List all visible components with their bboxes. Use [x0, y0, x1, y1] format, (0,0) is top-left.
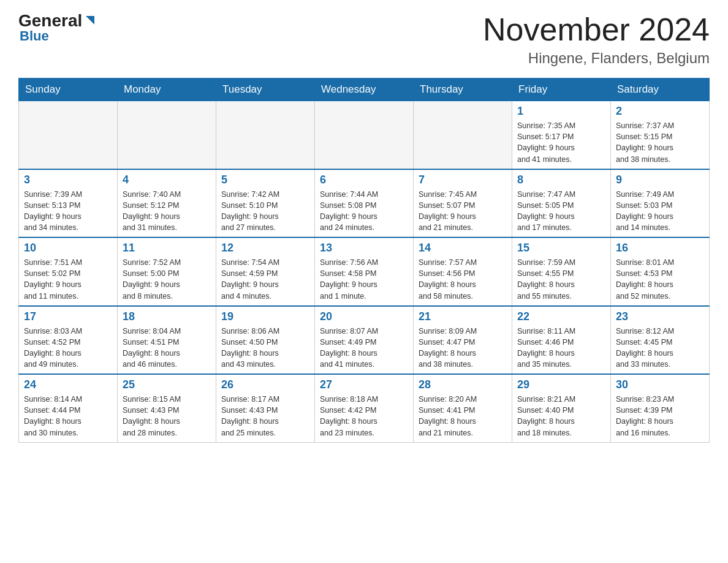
day-number: 15 [517, 242, 605, 255]
day-info: Sunrise: 7:42 AM Sunset: 5:10 PM Dayligh… [221, 189, 309, 234]
calendar-cell: 19Sunrise: 8:06 AM Sunset: 4:50 PM Dayli… [216, 306, 315, 375]
calendar-cell: 20Sunrise: 8:07 AM Sunset: 4:49 PM Dayli… [315, 306, 414, 375]
day-info: Sunrise: 8:18 AM Sunset: 4:42 PM Dayligh… [320, 394, 408, 439]
header-saturday: Saturday [611, 79, 710, 101]
week-row-5: 24Sunrise: 8:14 AM Sunset: 4:44 PM Dayli… [19, 374, 710, 442]
day-info: Sunrise: 7:54 AM Sunset: 4:59 PM Dayligh… [221, 257, 309, 302]
day-info: Sunrise: 7:57 AM Sunset: 4:56 PM Dayligh… [419, 257, 507, 302]
calendar-cell: 18Sunrise: 8:04 AM Sunset: 4:51 PM Dayli… [118, 306, 216, 375]
day-number: 12 [221, 242, 309, 255]
day-number: 20 [320, 310, 408, 323]
day-number: 24 [24, 378, 112, 391]
day-info: Sunrise: 8:12 AM Sunset: 4:45 PM Dayligh… [616, 326, 704, 370]
calendar-cell: 12Sunrise: 7:54 AM Sunset: 4:59 PM Dayli… [216, 237, 315, 306]
day-info: Sunrise: 7:35 AM Sunset: 5:17 PM Dayligh… [517, 120, 605, 165]
calendar-cell: 10Sunrise: 7:51 AM Sunset: 5:02 PM Dayli… [19, 237, 118, 306]
day-number: 17 [24, 310, 112, 323]
title-block: November 2024 Hingene, Flanders, Belgium [483, 12, 710, 67]
calendar-cell: 9Sunrise: 7:49 AM Sunset: 5:03 PM Daylig… [611, 169, 710, 238]
week-row-4: 17Sunrise: 8:03 AM Sunset: 4:52 PM Dayli… [19, 306, 710, 375]
calendar-cell: 26Sunrise: 8:17 AM Sunset: 4:43 PM Dayli… [216, 374, 315, 442]
day-info: Sunrise: 8:23 AM Sunset: 4:39 PM Dayligh… [616, 394, 704, 439]
svg-marker-0 [86, 16, 94, 25]
logo-triangle-icon [83, 13, 97, 27]
calendar-cell: 6Sunrise: 7:44 AM Sunset: 5:08 PM Daylig… [315, 169, 414, 238]
calendar-cell: 13Sunrise: 7:56 AM Sunset: 4:58 PM Dayli… [315, 237, 414, 306]
day-info: Sunrise: 7:39 AM Sunset: 5:13 PM Dayligh… [24, 189, 112, 234]
day-number: 26 [221, 378, 309, 391]
day-info: Sunrise: 7:56 AM Sunset: 4:58 PM Dayligh… [320, 257, 408, 302]
calendar-cell [414, 101, 512, 169]
header-thursday: Thursday [414, 79, 512, 101]
calendar-cell: 25Sunrise: 8:15 AM Sunset: 4:43 PM Dayli… [118, 374, 216, 442]
week-row-3: 10Sunrise: 7:51 AM Sunset: 5:02 PM Dayli… [19, 237, 710, 306]
calendar-cell: 15Sunrise: 7:59 AM Sunset: 4:55 PM Dayli… [512, 237, 611, 306]
day-number: 21 [419, 310, 507, 323]
header-monday: Monday [118, 79, 216, 101]
day-info: Sunrise: 8:03 AM Sunset: 4:52 PM Dayligh… [24, 326, 112, 370]
calendar-cell: 29Sunrise: 8:21 AM Sunset: 4:40 PM Dayli… [512, 374, 611, 442]
header-friday: Friday [512, 79, 611, 101]
logo-blue: Blue [20, 28, 49, 44]
day-number: 30 [616, 378, 704, 391]
day-number: 4 [123, 174, 211, 186]
header-wednesday: Wednesday [315, 79, 414, 101]
day-number: 29 [517, 378, 605, 391]
day-info: Sunrise: 8:06 AM Sunset: 4:50 PM Dayligh… [221, 326, 309, 370]
page-header: General Blue November 2024 Hingene, Flan… [18, 12, 710, 67]
day-number: 16 [616, 242, 704, 255]
logo: General Blue [18, 12, 97, 44]
calendar-cell [118, 101, 216, 169]
day-number: 5 [221, 174, 309, 186]
day-number: 27 [320, 378, 408, 391]
day-number: 22 [517, 310, 605, 323]
day-number: 3 [24, 174, 112, 186]
day-info: Sunrise: 7:51 AM Sunset: 5:02 PM Dayligh… [24, 257, 112, 302]
day-info: Sunrise: 8:01 AM Sunset: 4:53 PM Dayligh… [616, 257, 704, 302]
day-info: Sunrise: 8:21 AM Sunset: 4:40 PM Dayligh… [517, 394, 605, 439]
calendar-cell: 4Sunrise: 7:40 AM Sunset: 5:12 PM Daylig… [118, 169, 216, 238]
day-number: 14 [419, 242, 507, 255]
calendar-cell: 5Sunrise: 7:42 AM Sunset: 5:10 PM Daylig… [216, 169, 315, 238]
calendar-header-row: SundayMondayTuesdayWednesdayThursdayFrid… [19, 79, 710, 101]
day-info: Sunrise: 7:52 AM Sunset: 5:00 PM Dayligh… [123, 257, 211, 302]
calendar-cell: 3Sunrise: 7:39 AM Sunset: 5:13 PM Daylig… [19, 169, 118, 238]
day-info: Sunrise: 7:59 AM Sunset: 4:55 PM Dayligh… [517, 257, 605, 302]
day-info: Sunrise: 8:17 AM Sunset: 4:43 PM Dayligh… [221, 394, 309, 439]
week-row-1: 1Sunrise: 7:35 AM Sunset: 5:17 PM Daylig… [19, 101, 710, 169]
day-number: 18 [123, 310, 211, 323]
calendar-cell: 17Sunrise: 8:03 AM Sunset: 4:52 PM Dayli… [19, 306, 118, 375]
week-row-2: 3Sunrise: 7:39 AM Sunset: 5:13 PM Daylig… [19, 169, 710, 238]
calendar-cell [216, 101, 315, 169]
day-number: 13 [320, 242, 408, 255]
day-info: Sunrise: 8:04 AM Sunset: 4:51 PM Dayligh… [123, 326, 211, 370]
day-info: Sunrise: 7:47 AM Sunset: 5:05 PM Dayligh… [517, 189, 605, 234]
calendar-cell: 22Sunrise: 8:11 AM Sunset: 4:46 PM Dayli… [512, 306, 611, 375]
calendar-cell: 30Sunrise: 8:23 AM Sunset: 4:39 PM Dayli… [611, 374, 710, 442]
day-info: Sunrise: 7:44 AM Sunset: 5:08 PM Dayligh… [320, 189, 408, 234]
day-info: Sunrise: 8:11 AM Sunset: 4:46 PM Dayligh… [517, 326, 605, 370]
day-number: 6 [320, 174, 408, 186]
calendar-cell [315, 101, 414, 169]
calendar-cell: 23Sunrise: 8:12 AM Sunset: 4:45 PM Dayli… [611, 306, 710, 375]
calendar-cell: 28Sunrise: 8:20 AM Sunset: 4:41 PM Dayli… [414, 374, 512, 442]
day-info: Sunrise: 8:09 AM Sunset: 4:47 PM Dayligh… [419, 326, 507, 370]
day-number: 10 [24, 242, 112, 255]
day-number: 25 [123, 378, 211, 391]
day-number: 19 [221, 310, 309, 323]
header-sunday: Sunday [19, 79, 118, 101]
day-info: Sunrise: 7:45 AM Sunset: 5:07 PM Dayligh… [419, 189, 507, 234]
calendar-cell: 11Sunrise: 7:52 AM Sunset: 5:00 PM Dayli… [118, 237, 216, 306]
day-info: Sunrise: 8:15 AM Sunset: 4:43 PM Dayligh… [123, 394, 211, 439]
calendar-cell: 14Sunrise: 7:57 AM Sunset: 4:56 PM Dayli… [414, 237, 512, 306]
calendar-cell: 27Sunrise: 8:18 AM Sunset: 4:42 PM Dayli… [315, 374, 414, 442]
day-info: Sunrise: 8:20 AM Sunset: 4:41 PM Dayligh… [419, 394, 507, 439]
calendar-cell: 24Sunrise: 8:14 AM Sunset: 4:44 PM Dayli… [19, 374, 118, 442]
day-info: Sunrise: 8:14 AM Sunset: 4:44 PM Dayligh… [24, 394, 112, 439]
day-info: Sunrise: 8:07 AM Sunset: 4:49 PM Dayligh… [320, 326, 408, 370]
calendar-cell: 1Sunrise: 7:35 AM Sunset: 5:17 PM Daylig… [512, 101, 611, 169]
calendar-cell: 7Sunrise: 7:45 AM Sunset: 5:07 PM Daylig… [414, 169, 512, 238]
calendar-table: SundayMondayTuesdayWednesdayThursdayFrid… [18, 78, 710, 443]
day-number: 28 [419, 378, 507, 391]
day-number: 8 [517, 174, 605, 186]
